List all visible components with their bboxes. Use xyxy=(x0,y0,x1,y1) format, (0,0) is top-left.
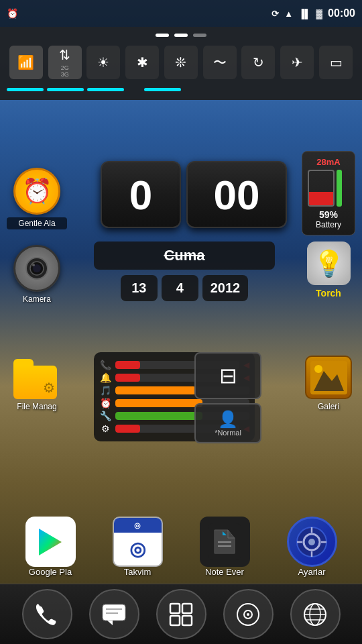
battery-label: Battery xyxy=(308,220,349,229)
torch-widget[interactable]: 💡 Torch xyxy=(302,241,355,299)
wifi-icon: 📶 xyxy=(17,54,34,70)
dock-label-note: Note Ever xyxy=(205,567,244,577)
gplay-icon xyxy=(25,517,76,567)
auto-brightness-icon: ❊ xyxy=(175,54,186,70)
vol-icon-call: 📞 xyxy=(99,360,111,370)
ind-bar-2 xyxy=(47,88,84,91)
data-label: 2G3G xyxy=(61,64,69,78)
taskbar-browser-button[interactable] xyxy=(290,589,341,639)
bluetooth-icon: ✱ xyxy=(137,54,148,70)
vol-icon-notify: 🔔 xyxy=(99,372,111,383)
date-day: 13 xyxy=(121,275,158,301)
profile-switch-button[interactable]: ⊟ xyxy=(194,352,261,399)
torch-icon: 💡 xyxy=(307,241,351,285)
status-right: ⟳ ▲ ▐▌ ▓ 00:00 xyxy=(272,7,355,19)
status-left: ⏰ xyxy=(7,8,18,19)
kamera-icon xyxy=(13,245,60,292)
svg-rect-26 xyxy=(182,616,192,625)
folder-body: ⚙ xyxy=(13,366,57,399)
vol-icon-alarm: ⏰ xyxy=(99,398,111,409)
hotspot-toggle[interactable]: 〜 xyxy=(203,46,237,79)
battery-icon-row xyxy=(308,170,349,207)
ind-bar-3 xyxy=(87,88,124,91)
galeri-widget[interactable]: Galeri xyxy=(302,356,355,411)
date-row: 13 4 2012 xyxy=(94,275,275,301)
dock-app-note[interactable]: Note Ever xyxy=(188,517,261,577)
battery-green-bar xyxy=(337,170,342,207)
dot-3[interactable] xyxy=(193,34,206,37)
profile-switch-widget[interactable]: ⊟ 👤 *Normal xyxy=(194,352,261,443)
filemanager-label: File Manag xyxy=(17,402,56,411)
battery-percent: 59% xyxy=(308,209,349,220)
battery-body xyxy=(308,170,335,207)
ayarlar-icon xyxy=(287,517,337,567)
vol-icon-media: 🎵 xyxy=(99,385,111,396)
taskbar-message-button[interactable] xyxy=(89,589,139,639)
note-icon xyxy=(200,517,250,567)
kamera-widget[interactable]: Kamera xyxy=(7,245,67,304)
taskbar xyxy=(0,584,362,644)
date-year: 2012 xyxy=(202,275,249,301)
data-toggle[interactable]: ⇅ 2G3G xyxy=(48,46,82,79)
vol-fill-1 xyxy=(115,361,140,369)
auto-brightness-toggle[interactable]: ❊ xyxy=(164,46,198,79)
apps-grid-icon xyxy=(169,602,193,627)
folder-gear-icon: ⚙ xyxy=(43,380,55,396)
takvim-icon: ◎ ◎ xyxy=(113,517,163,567)
alarm-status-icon: ⏰ xyxy=(7,8,18,19)
data-icon: ⇅ xyxy=(59,47,70,63)
vol-fill-2 xyxy=(115,374,140,382)
battery-fill xyxy=(309,192,333,205)
alarm-widget[interactable]: ⏰ Gentle Ala xyxy=(7,168,67,229)
clock-hours: 0 xyxy=(101,161,181,228)
bluetooth-toggle[interactable]: ✱ xyxy=(125,46,159,79)
ind-bar-1 xyxy=(7,88,44,91)
taskbar-apps-button[interactable] xyxy=(156,589,206,639)
status-time: 00:00 xyxy=(328,7,355,19)
svg-rect-23 xyxy=(170,604,180,613)
dock-app-googleplay[interactable]: Google Pla xyxy=(13,517,87,577)
message-icon xyxy=(102,604,126,625)
battery-status-icon: ▓ xyxy=(316,9,322,19)
sync-toggle[interactable]: ↻ xyxy=(241,46,275,79)
folder-icon: ⚙ xyxy=(13,359,60,399)
ind-bar-gap xyxy=(127,88,141,91)
airplane-toggle[interactable]: ✈ xyxy=(280,46,314,79)
vol-icon-ringer: 🔧 xyxy=(99,411,111,421)
alarm-label: Gentle Ala xyxy=(7,217,67,229)
browser-icon xyxy=(303,602,327,627)
wifi-toggle[interactable]: 📶 xyxy=(9,46,43,79)
filemanager-widget[interactable]: ⚙ File Manag xyxy=(7,359,67,411)
status-bar: ⏰ ⟳ ▲ ▐▌ ▓ 00:00 xyxy=(0,0,362,27)
dock-app-ayarlar[interactable]: Ayarlar xyxy=(275,517,349,577)
vol-fill-6 xyxy=(115,425,140,433)
dot-2[interactable] xyxy=(174,34,188,37)
battery-widget[interactable]: 28mA 59% Battery xyxy=(302,151,355,235)
ind-bar-4 xyxy=(144,88,181,91)
wifi-status-icon: ▲ xyxy=(284,9,293,19)
dock-label-googleplay: Google Pla xyxy=(29,567,72,577)
svg-point-29 xyxy=(247,613,249,616)
screen-toggle[interactable]: ▭ xyxy=(319,46,353,79)
svg-marker-7 xyxy=(39,529,62,555)
dock-label-ayarlar: Ayarlar xyxy=(298,567,326,577)
clock-widget[interactable]: 0 00 xyxy=(101,161,287,228)
screen-icon: ▭ xyxy=(330,54,343,70)
date-widget[interactable]: Cuma 13 4 2012 xyxy=(94,241,275,301)
brightness-toggle[interactable]: ☀ xyxy=(86,46,120,79)
takvim-top: ◎ xyxy=(114,518,162,533)
profile-current-button[interactable]: 👤 *Normal xyxy=(194,403,261,443)
svg-point-6 xyxy=(314,365,322,373)
brightness-icon: ☀ xyxy=(97,54,109,70)
signal-icon: ▐▌ xyxy=(298,9,310,19)
svg-point-14 xyxy=(308,539,315,545)
page-dots xyxy=(0,30,362,40)
taskbar-phone-button[interactable] xyxy=(22,589,72,639)
taskbar-music-button[interactable] xyxy=(223,589,274,639)
dock-app-takvim[interactable]: ◎ ◎ Takvim xyxy=(101,517,174,577)
takvim-body: ◎ xyxy=(114,533,162,566)
rotate-icon: ⟳ xyxy=(272,9,279,19)
dot-1[interactable] xyxy=(156,34,169,37)
hotspot-icon: 〜 xyxy=(213,54,227,72)
kamera-label: Kamera xyxy=(23,294,51,304)
